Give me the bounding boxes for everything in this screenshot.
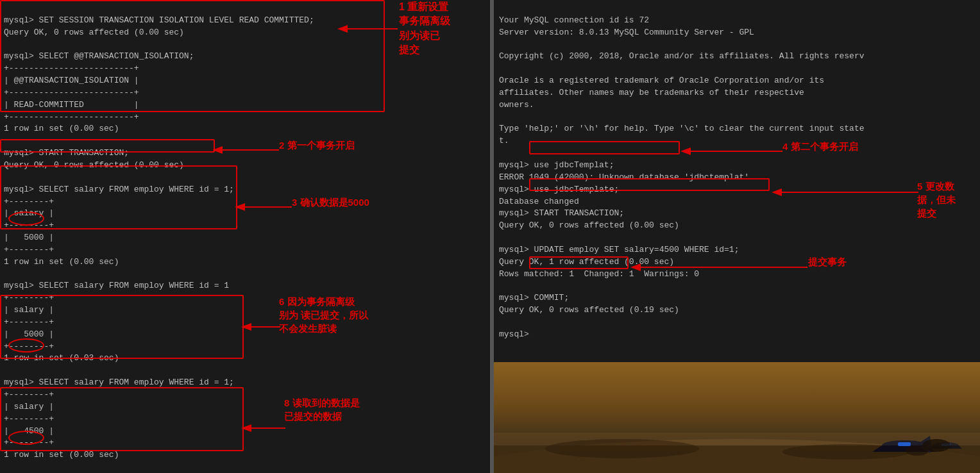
left-terminal-text: mysql> SET SESSION TRANSACTION ISOLATION… [4, 3, 486, 473]
right-terminal-text: Your MySQL connection id is 72 Server ve… [499, 3, 975, 353]
annotation-1: 1 重新设置事务隔离级别为读已提交 [399, 0, 450, 58]
right-terminal: Your MySQL connection id is 72 Server ve… [494, 0, 980, 362]
desert-scene [494, 362, 980, 473]
svg-point-12 [545, 439, 699, 458]
annotation-6: 6 因为事务隔离级别为 读已提交，所以不会发生脏读 [279, 295, 368, 335]
annotation-7: 提交事务 [808, 255, 847, 269]
left-terminal: mysql> SET SESSION TRANSACTION ISOLATION… [0, 0, 490, 473]
annotation-2: 2 第一个事务开启 [279, 138, 355, 152]
right-panel: Your MySQL connection id is 72 Server ve… [494, 0, 980, 473]
annotation-5: 5 更改数据，但未提交 [917, 179, 956, 220]
svg-rect-16 [898, 442, 911, 446]
annotation-4: 4 第二个事务开启 [782, 140, 858, 153]
svg-point-23 [906, 445, 929, 456]
bottom-image [494, 362, 980, 473]
annotation-8: 8 读取到的数据是已提交的数据 [284, 396, 360, 423]
annotation-3: 3 确认数据是5000 [292, 195, 369, 209]
